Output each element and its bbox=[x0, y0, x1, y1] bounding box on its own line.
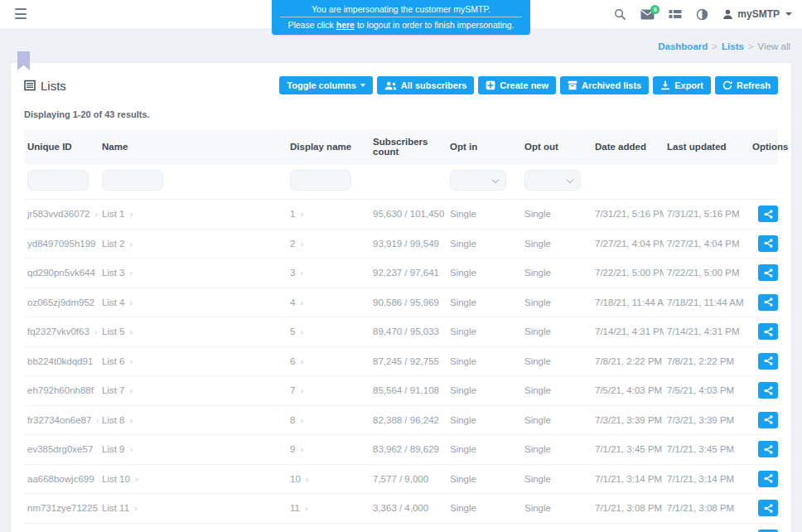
list-unique-id: fq2327vkv0f63 bbox=[27, 326, 89, 336]
col-options: Options bbox=[749, 129, 778, 164]
list-name: List 7 bbox=[102, 385, 125, 395]
list-opt-out: Single bbox=[521, 523, 592, 532]
search-icon[interactable] bbox=[614, 8, 626, 21]
chevron-right-icon: › bbox=[300, 356, 303, 366]
export-button[interactable]: Export bbox=[653, 76, 711, 94]
list-opt-out: Single bbox=[521, 229, 592, 259]
list-display-name: 10 bbox=[290, 474, 301, 484]
filter-opt-in-select[interactable] bbox=[450, 170, 506, 191]
list-options-button[interactable] bbox=[758, 382, 778, 399]
list-display-name-link[interactable]: 3› bbox=[290, 268, 303, 278]
list-options-button[interactable] bbox=[758, 441, 778, 457]
breadcrumb-dashboard-link[interactable]: Dashboard bbox=[658, 41, 708, 51]
list-options-button[interactable] bbox=[758, 206, 778, 222]
toggle-columns-button[interactable]: Toggle columns bbox=[279, 76, 373, 94]
list-unique-id-link[interactable]: yd8497095h199› bbox=[27, 239, 99, 249]
list-display-name-link[interactable]: 10› bbox=[290, 474, 308, 484]
list-last-updated: 7/5/21, 4:03 PM bbox=[664, 376, 749, 406]
all-subscribers-button[interactable]: All subscribers bbox=[377, 76, 474, 94]
list-last-updated: 7/1/21, 3:14 PM bbox=[664, 464, 749, 494]
navbar-actions: 8 mySMTP bbox=[614, 0, 792, 28]
list-display-name-link[interactable]: 4› bbox=[290, 297, 303, 307]
list-unique-id-link[interactable]: aa668bowjc699› bbox=[27, 474, 99, 484]
filter-name-input[interactable] bbox=[102, 170, 163, 191]
list-opt-out: Single bbox=[521, 317, 592, 347]
archived-lists-button[interactable]: Archived lists bbox=[560, 76, 649, 94]
list-opt-in: Single bbox=[447, 405, 521, 435]
chevron-right-icon: › bbox=[300, 239, 303, 249]
list-name-link[interactable]: List 1› bbox=[102, 209, 133, 219]
list-options-button[interactable] bbox=[758, 264, 778, 281]
list-options-button[interactable] bbox=[758, 353, 778, 370]
list-name-link[interactable]: List 10› bbox=[102, 474, 138, 484]
filter-unique-id-input[interactable] bbox=[27, 170, 89, 191]
table-row: qd290pn5vk644› List 3› 3› 92,237 / 97,64… bbox=[24, 259, 778, 288]
list-display-name-link[interactable]: 1› bbox=[290, 209, 303, 219]
create-new-button[interactable]: Create new bbox=[478, 76, 556, 94]
list-unique-id-link[interactable]: bb224t0kdqd91› bbox=[27, 356, 99, 366]
list-date-added: 7/5/21, 4:03 PM bbox=[592, 376, 664, 406]
list-name-link[interactable]: List 11› bbox=[102, 503, 138, 513]
messages-envelope-icon[interactable]: 8 bbox=[640, 9, 655, 20]
lists-table: Unique ID Name Display name Subscribers … bbox=[24, 129, 778, 532]
list-display-name-link[interactable]: 6› bbox=[290, 356, 303, 366]
list-name-link[interactable]: List 9› bbox=[102, 444, 133, 454]
list-date-added: 7/3/21, 3:39 PM bbox=[592, 405, 664, 435]
list-options-button[interactable] bbox=[758, 235, 778, 252]
contrast-theme-icon[interactable] bbox=[696, 8, 708, 21]
list-options-button[interactable] bbox=[758, 294, 778, 311]
table-row: aa668bowjc699› List 10› 10› 7,577 / 9,00… bbox=[24, 464, 778, 494]
list-display-name-link[interactable]: 8› bbox=[290, 415, 303, 425]
list-display-name-link[interactable]: 2› bbox=[290, 239, 303, 249]
filter-display-name-input[interactable] bbox=[290, 170, 351, 191]
chevron-right-icon: › bbox=[300, 385, 303, 395]
list-options-button[interactable] bbox=[758, 471, 778, 487]
results-summary: Displaying 1-20 of 43 results. bbox=[24, 104, 778, 129]
list-unique-id-link[interactable]: eh792h60nh88f› bbox=[27, 385, 99, 395]
list-display-name-link[interactable]: 9› bbox=[290, 444, 303, 454]
filter-opt-out-select[interactable] bbox=[524, 170, 581, 191]
list-options-button[interactable] bbox=[758, 323, 778, 340]
chevron-right-icon: › bbox=[130, 209, 133, 219]
list-unique-id: qd290pn5vk644 bbox=[27, 268, 95, 278]
table-row: rr203twp5x96d› List 12› 12› 848 / 1,000 … bbox=[24, 523, 778, 532]
list-display-name-link[interactable]: 11› bbox=[290, 503, 308, 513]
list-name-link[interactable]: List 3› bbox=[102, 268, 133, 278]
breadcrumb-lists-link[interactable]: Lists bbox=[722, 41, 744, 51]
table-header-row: Unique ID Name Display name Subscribers … bbox=[24, 129, 778, 164]
list-unique-id: aa668bowjc699 bbox=[27, 474, 94, 484]
list-opt-in: Single bbox=[447, 288, 521, 317]
list-unique-id-link[interactable]: oz065zj9dm952› bbox=[27, 297, 99, 307]
col-display-name: Display name bbox=[287, 129, 370, 164]
refresh-button[interactable]: Refresh bbox=[715, 76, 778, 94]
list-unique-id-link[interactable]: nm731zye71225› bbox=[27, 503, 99, 513]
list-options-button[interactable] bbox=[758, 412, 778, 428]
hamburger-menu-icon[interactable] bbox=[15, 8, 27, 19]
list-name-link[interactable]: List 2› bbox=[102, 239, 133, 249]
table-row: oz065zj9dm952› List 4› 4› 90,586 / 95,96… bbox=[24, 288, 778, 317]
list-opt-in: Single bbox=[447, 494, 521, 524]
chevron-right-icon: › bbox=[300, 326, 303, 336]
list-unique-id-link[interactable]: fq2327vkv0f63› bbox=[27, 326, 97, 336]
list-name-link[interactable]: List 7› bbox=[102, 385, 133, 395]
list-name-link[interactable]: List 5› bbox=[102, 326, 133, 336]
logout-here-link[interactable]: here bbox=[336, 20, 355, 30]
refresh-icon bbox=[722, 80, 732, 90]
list-display-name-link[interactable]: 5› bbox=[290, 326, 303, 336]
list-unique-id-link[interactable]: fr32734on6e87› bbox=[27, 415, 99, 425]
list-name-link[interactable]: List 8› bbox=[102, 415, 133, 425]
table-row: bb224t0kdqd91› List 6› 6› 87,245 / 92,75… bbox=[24, 346, 778, 376]
list-name-link[interactable]: List 4› bbox=[102, 297, 133, 307]
list-unique-id-link[interactable]: jr583vvd36072› bbox=[27, 209, 98, 219]
list-unique-id-link[interactable]: ev385drg0xe57› bbox=[27, 444, 99, 454]
list-subscribers-count: 92,237 / 97,641 bbox=[370, 259, 447, 288]
list-opt-out: Single bbox=[521, 346, 592, 376]
activity-list-icon[interactable] bbox=[669, 8, 682, 20]
col-opt-in: Opt in bbox=[447, 129, 521, 164]
list-unique-id-link[interactable]: qd290pn5vk644› bbox=[27, 268, 99, 278]
list-options-button[interactable] bbox=[758, 500, 778, 516]
list-opt-in: Single bbox=[447, 317, 521, 347]
user-menu[interactable]: mySMTP bbox=[722, 8, 792, 20]
list-display-name-link[interactable]: 7› bbox=[290, 385, 303, 395]
list-name-link[interactable]: List 6› bbox=[102, 356, 133, 366]
